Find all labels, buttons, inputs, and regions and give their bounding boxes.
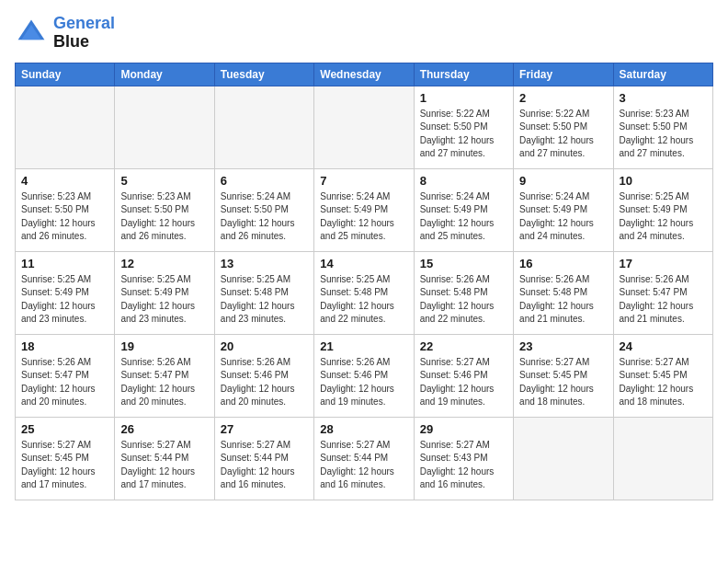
- calendar-cell: [613, 417, 712, 500]
- weekday-header-tuesday: Tuesday: [214, 63, 313, 86]
- day-info: Sunrise: 5:23 AMSunset: 5:50 PMDaylight:…: [21, 190, 108, 244]
- day-info: Sunrise: 5:25 AMSunset: 5:49 PMDaylight:…: [620, 190, 707, 244]
- weekday-header-saturday: Saturday: [613, 63, 712, 86]
- calendar-cell: 5Sunrise: 5:23 AMSunset: 5:50 PMDaylight…: [115, 168, 214, 251]
- day-number: 13: [221, 257, 308, 270]
- day-number: 2: [519, 91, 607, 105]
- calendar-cell: 29Sunrise: 5:27 AMSunset: 5:43 PMDayligh…: [414, 417, 513, 500]
- day-info: Sunrise: 5:26 AMSunset: 5:46 PMDaylight:…: [221, 356, 308, 409]
- day-number: 5: [120, 174, 208, 188]
- day-info: Sunrise: 5:27 AMSunset: 5:44 PMDaylight:…: [120, 439, 208, 492]
- day-number: 17: [620, 257, 707, 270]
- day-number: 16: [519, 257, 607, 270]
- calendar-cell: [314, 86, 414, 168]
- week-row-5: 25Sunrise: 5:27 AMSunset: 5:45 PMDayligh…: [16, 417, 713, 500]
- day-number: 24: [620, 339, 707, 353]
- calendar-cell: 12Sunrise: 5:25 AMSunset: 5:49 PMDayligh…: [115, 251, 214, 334]
- day-number: 28: [320, 422, 407, 436]
- calendar-cell: 16Sunrise: 5:26 AMSunset: 5:48 PMDayligh…: [514, 251, 613, 334]
- day-number: 14: [320, 257, 407, 270]
- calendar-cell: 8Sunrise: 5:24 AMSunset: 5:49 PMDaylight…: [414, 168, 513, 251]
- calendar-cell: 4Sunrise: 5:23 AMSunset: 5:50 PMDaylight…: [16, 168, 115, 251]
- calendar-cell: 11Sunrise: 5:25 AMSunset: 5:49 PMDayligh…: [16, 251, 115, 334]
- day-number: 23: [519, 339, 607, 353]
- calendar-cell: 17Sunrise: 5:26 AMSunset: 5:47 PMDayligh…: [613, 251, 712, 334]
- day-number: 10: [620, 174, 707, 188]
- day-number: 19: [120, 339, 208, 353]
- weekday-header-thursday: Thursday: [414, 63, 513, 86]
- calendar-cell: [16, 86, 115, 168]
- day-info: Sunrise: 5:24 AMSunset: 5:50 PMDaylight:…: [221, 190, 308, 244]
- day-info: Sunrise: 5:27 AMSunset: 5:46 PMDaylight:…: [420, 356, 507, 409]
- calendar-cell: [214, 86, 313, 168]
- day-number: 1: [420, 91, 507, 105]
- calendar-cell: [514, 417, 613, 500]
- day-info: Sunrise: 5:27 AMSunset: 5:43 PMDaylight:…: [420, 439, 507, 492]
- logo: GeneralBlue: [15, 15, 115, 52]
- day-number: 20: [221, 339, 308, 353]
- day-info: Sunrise: 5:27 AMSunset: 5:44 PMDaylight:…: [320, 439, 407, 492]
- calendar-cell: 15Sunrise: 5:26 AMSunset: 5:48 PMDayligh…: [414, 251, 513, 334]
- day-number: 25: [21, 422, 108, 436]
- day-info: Sunrise: 5:23 AMSunset: 5:50 PMDaylight:…: [120, 190, 208, 244]
- weekday-header-friday: Friday: [514, 63, 613, 86]
- week-row-3: 11Sunrise: 5:25 AMSunset: 5:49 PMDayligh…: [16, 251, 713, 334]
- day-number: 3: [620, 91, 707, 105]
- day-info: Sunrise: 5:25 AMSunset: 5:48 PMDaylight:…: [320, 273, 407, 327]
- week-row-4: 18Sunrise: 5:26 AMSunset: 5:47 PMDayligh…: [16, 334, 713, 417]
- page-header: GeneralBlue: [15, 15, 713, 52]
- day-info: Sunrise: 5:25 AMSunset: 5:49 PMDaylight:…: [21, 273, 108, 327]
- logo-text: GeneralBlue: [53, 15, 115, 52]
- calendar-cell: 14Sunrise: 5:25 AMSunset: 5:48 PMDayligh…: [314, 251, 414, 334]
- day-info: Sunrise: 5:27 AMSunset: 5:45 PMDaylight:…: [21, 439, 108, 492]
- day-number: 11: [21, 257, 108, 270]
- day-number: 8: [420, 174, 507, 188]
- calendar-cell: 10Sunrise: 5:25 AMSunset: 5:49 PMDayligh…: [613, 168, 712, 251]
- calendar-cell: 26Sunrise: 5:27 AMSunset: 5:44 PMDayligh…: [115, 417, 214, 500]
- day-number: 26: [120, 422, 208, 436]
- calendar-cell: 21Sunrise: 5:26 AMSunset: 5:46 PMDayligh…: [314, 334, 414, 417]
- day-info: Sunrise: 5:26 AMSunset: 5:46 PMDaylight:…: [320, 356, 407, 409]
- day-info: Sunrise: 5:24 AMSunset: 5:49 PMDaylight:…: [420, 190, 507, 244]
- calendar-cell: 20Sunrise: 5:26 AMSunset: 5:46 PMDayligh…: [214, 334, 313, 417]
- day-number: 15: [420, 257, 507, 270]
- day-number: 7: [320, 174, 407, 188]
- week-row-2: 4Sunrise: 5:23 AMSunset: 5:50 PMDaylight…: [16, 168, 713, 251]
- day-info: Sunrise: 5:27 AMSunset: 5:45 PMDaylight:…: [620, 356, 707, 409]
- day-info: Sunrise: 5:23 AMSunset: 5:50 PMDaylight:…: [620, 108, 707, 161]
- day-number: 12: [120, 257, 208, 270]
- day-info: Sunrise: 5:26 AMSunset: 5:48 PMDaylight:…: [519, 273, 607, 327]
- calendar-cell: 7Sunrise: 5:24 AMSunset: 5:49 PMDaylight…: [314, 168, 414, 251]
- day-number: 29: [420, 422, 507, 436]
- day-number: 22: [420, 339, 507, 353]
- week-row-1: 1Sunrise: 5:22 AMSunset: 5:50 PMDaylight…: [16, 86, 713, 168]
- day-info: Sunrise: 5:24 AMSunset: 5:49 PMDaylight:…: [519, 190, 607, 244]
- day-info: Sunrise: 5:26 AMSunset: 5:48 PMDaylight:…: [420, 273, 507, 327]
- day-info: Sunrise: 5:25 AMSunset: 5:48 PMDaylight:…: [221, 273, 308, 327]
- day-info: Sunrise: 5:25 AMSunset: 5:49 PMDaylight:…: [120, 273, 208, 327]
- weekday-header-monday: Monday: [115, 63, 214, 86]
- day-info: Sunrise: 5:22 AMSunset: 5:50 PMDaylight:…: [519, 108, 607, 161]
- calendar-cell: 1Sunrise: 5:22 AMSunset: 5:50 PMDaylight…: [414, 86, 513, 168]
- day-info: Sunrise: 5:22 AMSunset: 5:50 PMDaylight:…: [420, 108, 507, 161]
- calendar-cell: 23Sunrise: 5:27 AMSunset: 5:45 PMDayligh…: [514, 334, 613, 417]
- calendar-cell: 24Sunrise: 5:27 AMSunset: 5:45 PMDayligh…: [613, 334, 712, 417]
- calendar-cell: 6Sunrise: 5:24 AMSunset: 5:50 PMDaylight…: [214, 168, 313, 251]
- calendar-cell: 27Sunrise: 5:27 AMSunset: 5:44 PMDayligh…: [214, 417, 313, 500]
- calendar-cell: 18Sunrise: 5:26 AMSunset: 5:47 PMDayligh…: [16, 334, 115, 417]
- day-info: Sunrise: 5:27 AMSunset: 5:44 PMDaylight:…: [221, 439, 308, 492]
- day-info: Sunrise: 5:26 AMSunset: 5:47 PMDaylight:…: [620, 273, 707, 327]
- calendar-table: SundayMondayTuesdayWednesdayThursdayFrid…: [15, 63, 713, 500]
- day-number: 18: [21, 339, 108, 353]
- weekday-header-sunday: Sunday: [16, 63, 115, 86]
- calendar-cell: 13Sunrise: 5:25 AMSunset: 5:48 PMDayligh…: [214, 251, 313, 334]
- calendar-cell: 28Sunrise: 5:27 AMSunset: 5:44 PMDayligh…: [314, 417, 414, 500]
- calendar-cell: [115, 86, 214, 168]
- calendar-cell: 22Sunrise: 5:27 AMSunset: 5:46 PMDayligh…: [414, 334, 513, 417]
- day-number: 4: [21, 174, 108, 188]
- calendar-cell: 2Sunrise: 5:22 AMSunset: 5:50 PMDaylight…: [514, 86, 613, 168]
- day-number: 27: [221, 422, 308, 436]
- day-number: 21: [320, 339, 407, 353]
- day-info: Sunrise: 5:26 AMSunset: 5:47 PMDaylight:…: [120, 356, 208, 409]
- calendar-cell: 19Sunrise: 5:26 AMSunset: 5:47 PMDayligh…: [115, 334, 214, 417]
